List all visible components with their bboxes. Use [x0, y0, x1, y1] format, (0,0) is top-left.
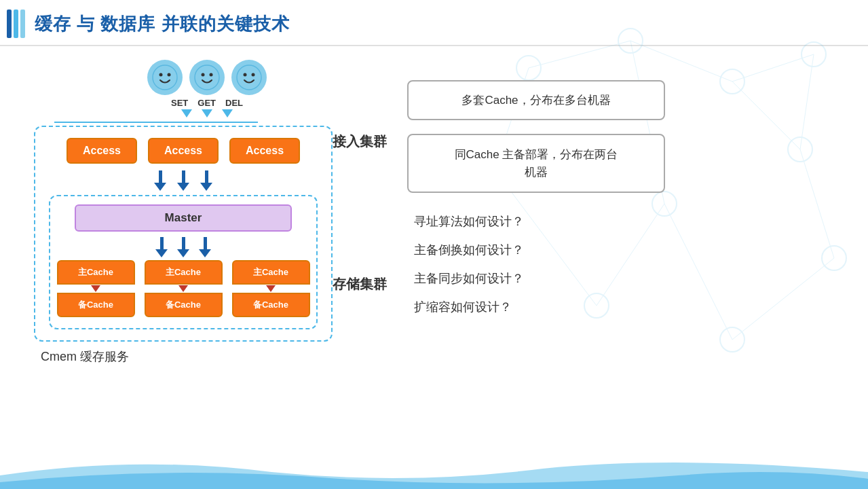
left-panel: SET GET DEL Access Access Access: [0, 46, 394, 488]
svg-point-24: [168, 73, 171, 77]
atm-arrow-1: [154, 170, 166, 191]
info-box-1: 多套Cache，分布在多台机器: [407, 80, 665, 120]
question-list: 寻址算法如何设计？ 主备倒换如何设计？ 主备同步如何设计？ 扩缩容如何设计？: [407, 213, 848, 315]
cache-inner-arrow-3: [266, 285, 276, 292]
svg-point-26: [202, 73, 205, 77]
atm-arrow-3: [200, 170, 212, 191]
info-box-2-text: 同Cache 主备部署，分布在两台机器: [455, 148, 618, 179]
accent-bar-mid: [14, 10, 18, 38]
smiley-2: [189, 60, 225, 95]
mtc-arrow-3: [199, 237, 211, 257]
atm-arrow-2: [177, 170, 189, 191]
cache-col-1: 主Cache 备Cache: [57, 260, 135, 317]
access-cluster-box: Access Access Access: [34, 126, 333, 342]
cache-inner-arrow-2: [178, 285, 188, 292]
page-title: 缓存 与 数据库 并联的关键技术: [35, 12, 290, 36]
cache-main-1: 主Cache: [57, 260, 135, 285]
svg-point-23: [159, 73, 163, 77]
cmd-del: DEL: [225, 98, 243, 108]
arrow-get: [202, 109, 212, 117]
commands-row: SET GET DEL: [20, 98, 380, 108]
smiley-row: [20, 60, 380, 95]
access-node-2: Access: [148, 138, 219, 164]
svg-point-22: [153, 65, 177, 90]
arrow-set: [181, 109, 192, 117]
access-node-1: Access: [67, 138, 137, 164]
svg-point-28: [237, 65, 261, 90]
cache-main-2: 主Cache: [145, 260, 223, 285]
storage-cluster-label: 存储集群: [333, 275, 387, 293]
access-node-3: Access: [229, 138, 300, 164]
svg-point-25: [195, 65, 219, 90]
cache-backup-1: 备Cache: [57, 293, 135, 317]
master-node: Master: [75, 204, 292, 232]
svg-point-29: [244, 73, 247, 77]
main-content: SET GET DEL Access Access Access: [0, 46, 868, 488]
smiley-1: [147, 60, 183, 95]
mtc-arrow-2: [177, 237, 189, 257]
accent-bar-dark: [7, 10, 12, 38]
cmd-get: GET: [197, 98, 216, 108]
header: 缓存 与 数据库 并联的关键技术: [0, 0, 868, 46]
question-4: 扩缩容如何设计？: [407, 299, 848, 315]
accent-bar-light: [20, 10, 25, 38]
info-box-2: 同Cache 主备部署，分布在两台机器: [407, 134, 665, 193]
cache-col-2: 主Cache 备Cache: [145, 260, 223, 317]
master-to-cache-arrows: [61, 237, 305, 257]
access-to-master-arrows: [49, 170, 318, 191]
cache-backup-3: 备Cache: [232, 293, 310, 317]
cmem-label: Cmem 缓存服务: [41, 348, 380, 365]
question-2: 主备倒换如何设计？: [407, 242, 848, 258]
cache-main-3: 主Cache: [232, 260, 310, 285]
access-cluster-label: 接入集群: [333, 132, 387, 151]
svg-point-27: [210, 73, 213, 77]
svg-point-30: [252, 73, 255, 77]
access-nodes: Access Access Access: [49, 138, 318, 164]
header-accent: [7, 10, 25, 38]
arrow-del: [222, 109, 233, 117]
question-3: 主备同步如何设计？: [407, 270, 848, 287]
cmd-arrows: [20, 109, 380, 117]
storage-cluster-box: Master: [49, 195, 318, 329]
cache-inner-arrow-1: [91, 285, 100, 292]
mtc-arrow-1: [155, 237, 168, 257]
cache-col-3: 主Cache 备Cache: [232, 260, 310, 317]
cmd-set: SET: [171, 98, 188, 108]
separator-line: [54, 122, 258, 123]
cache-columns: 主Cache 备Cache 主Cache 备Cache 主Cache: [61, 260, 305, 317]
cache-backup-2: 备Cache: [145, 293, 223, 317]
question-1: 寻址算法如何设计？: [407, 213, 848, 230]
right-panel: 多套Cache，分布在多台机器 同Cache 主备部署，分布在两台机器 寻址算法…: [394, 46, 868, 488]
smiley-3: [231, 60, 267, 95]
